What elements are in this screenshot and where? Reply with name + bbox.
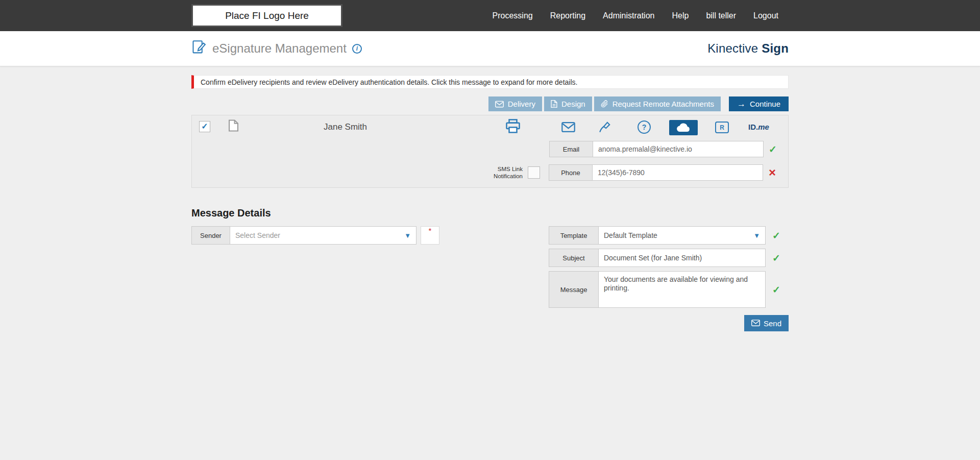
page-header: eSignature Management i Kinective Sign (0, 31, 980, 66)
brand-product: Sign (762, 41, 789, 55)
recipient-document-icon[interactable] (229, 119, 238, 134)
message-details-heading: Message Details (191, 207, 789, 219)
email-row: Email ✓ (549, 141, 782, 157)
template-row: Template Default Template ▼ ✓ (549, 226, 789, 245)
message-fields-column: Template Default Template ▼ ✓ Subject ✓ … (549, 226, 789, 331)
continue-button-label: Continue (750, 100, 780, 108)
security-question-auth-icon[interactable]: ? (638, 120, 651, 134)
arrow-right-icon: → (737, 100, 746, 108)
send-button[interactable]: Send (744, 315, 789, 331)
recipient-name: Jane Smith (324, 122, 367, 132)
esignature-document-icon (191, 40, 207, 57)
sender-select[interactable]: Select Sender ▼ (230, 226, 416, 245)
nav-item-processing[interactable]: Processing (493, 11, 533, 20)
idme-auth-icon[interactable]: ID.me (748, 123, 769, 131)
main-content: Confirm eDelivery recipients and review … (191, 75, 789, 341)
recipient-checkbox[interactable]: ✓ (199, 121, 210, 132)
phone-input[interactable] (592, 164, 763, 181)
sender-group: Sender Select Sender ▼ * (191, 226, 439, 245)
template-value: Default Template (604, 231, 657, 239)
signature-pen-auth-icon[interactable] (598, 120, 611, 134)
email-auth-icon[interactable] (561, 122, 575, 132)
template-select[interactable]: Default Template ▼ (598, 226, 766, 245)
question-glyph: ? (642, 123, 647, 131)
phone-invalid-cross-icon: × (769, 166, 776, 179)
document-icon (551, 100, 557, 108)
design-button[interactable]: Design (544, 96, 592, 111)
paperclip-icon (601, 100, 608, 108)
fi-logo-text: Place FI Logo Here (225, 10, 309, 21)
brand-name: Kinective (707, 41, 758, 55)
nav-item-username[interactable]: bill teller (706, 11, 736, 20)
nav-item-help[interactable]: Help (672, 11, 689, 20)
required-marker: * (429, 228, 432, 244)
alert-text: Confirm eDelivery recipients and review … (201, 78, 577, 86)
printer-icon[interactable] (505, 119, 521, 136)
delivery-button-label: Delivery (508, 100, 535, 108)
chevron-down-icon: ▼ (404, 232, 411, 239)
message-details-form: Sender Select Sender ▼ * Template Defaul… (191, 226, 789, 341)
nav-item-administration[interactable]: Administration (603, 11, 654, 20)
envelope-icon (495, 101, 504, 108)
alert-banner[interactable]: Confirm eDelivery recipients and review … (191, 75, 789, 89)
cloud-auth-icon-selected[interactable] (669, 120, 698, 135)
email-valid-check-icon: ✓ (769, 144, 777, 154)
checkbox-check-icon: ✓ (201, 123, 208, 131)
phone-label: Phone (549, 164, 593, 181)
idme-id-text: ID. (748, 123, 758, 131)
nav-item-reporting[interactable]: Reporting (550, 11, 585, 20)
page-title: eSignature Management (212, 41, 347, 56)
message-textarea[interactable]: Your documents are available for viewing… (598, 271, 766, 308)
delivery-button[interactable]: Delivery (488, 96, 542, 111)
sms-notification-checkbox[interactable] (528, 166, 540, 179)
sender-required-box: * (421, 226, 439, 245)
fi-logo-placeholder: Place FI Logo Here (191, 4, 342, 27)
remote-auth-icon[interactable]: R (715, 122, 729, 133)
phone-row: SMS Link Notification Phone × (472, 164, 781, 181)
template-valid-check-icon: ✓ (772, 231, 780, 240)
sms-link-notification-label: SMS Link Notification (472, 165, 523, 180)
message-row: Message Your documents are available for… (549, 271, 789, 308)
chevron-down-icon: ▼ (753, 232, 760, 239)
sender-label: Sender (191, 226, 230, 245)
template-label: Template (549, 226, 599, 245)
topbar: Place FI Logo Here Processing Reporting … (0, 0, 980, 31)
action-toolbar: Delivery Design Request Remote Attachmen… (191, 96, 789, 111)
continue-button[interactable]: → Continue (729, 96, 789, 111)
sender-placeholder: Select Sender (235, 231, 280, 239)
message-valid-check-icon: ✓ (772, 285, 780, 295)
design-button-label: Design (561, 100, 585, 108)
top-navigation: Processing Reporting Administration Help… (493, 11, 789, 20)
idme-me-text: me (758, 123, 769, 131)
send-envelope-icon (751, 319, 760, 328)
send-button-label: Send (764, 319, 781, 328)
subject-valid-check-icon: ✓ (772, 253, 780, 263)
subject-label: Subject (549, 249, 599, 267)
info-icon[interactable]: i (352, 44, 362, 54)
email-label: Email (549, 141, 593, 157)
request-remote-attachments-button[interactable]: Request Remote Attachments (594, 96, 721, 111)
nav-item-logout[interactable]: Logout (753, 11, 778, 20)
message-label: Message (549, 271, 599, 308)
recipient-card: ✓ Jane Smith (191, 115, 789, 188)
email-input[interactable] (593, 141, 764, 157)
brand-logo: Kinective Sign (707, 41, 789, 56)
subject-input[interactable] (598, 249, 766, 267)
request-remote-attachments-label: Request Remote Attachments (612, 100, 714, 108)
remote-r-glyph: R (720, 124, 724, 131)
subject-row: Subject ✓ (549, 249, 789, 267)
